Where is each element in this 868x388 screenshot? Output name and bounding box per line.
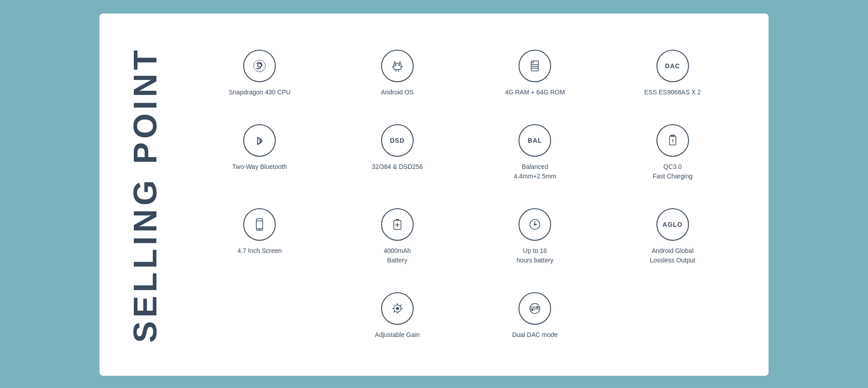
feature-ram-rom: 4G RAM + 64G ROM (466, 41, 604, 106)
feature-gain: Adjustable Gain (329, 283, 467, 349)
feature-qc: QC3.0 Fast Charging (604, 115, 742, 190)
dac-text: DAC (665, 62, 680, 70)
feature-android: Android OS (329, 41, 467, 106)
android-icon (381, 50, 414, 82)
gain-icon (381, 292, 414, 325)
page-title: SELLING POINT (127, 32, 164, 358)
android-label: Android OS (381, 88, 414, 97)
clock-battery-icon (519, 208, 551, 241)
svg-point-1 (395, 65, 396, 65)
feature-aglo: AGLO Android Global Lossless Output (604, 199, 742, 274)
snapdragon-icon (243, 50, 276, 82)
aglo-icon: AGLO (656, 208, 689, 241)
feature-snapdragon: Snapdragon 430 CPU (191, 41, 329, 106)
battery-icon (381, 208, 414, 241)
feature-dsd: DSD 32/384 & DSD256 (329, 115, 467, 190)
sd-card-icon (519, 50, 551, 82)
svg-point-25 (534, 224, 536, 225)
svg-line-33 (400, 305, 401, 306)
svg-point-19 (259, 229, 260, 230)
feature-empty1 (191, 283, 329, 349)
svg-line-32 (393, 311, 395, 313)
aglo-label: Android Global Lossless Output (650, 246, 695, 265)
fast-charge-icon (656, 124, 689, 157)
battery-cap-label: 4000mAh Battery (384, 246, 411, 265)
feature-dual-dac: Dual DAC mode (466, 283, 604, 349)
svg-point-2 (399, 65, 400, 65)
dsd-label: 32/384 & DSD256 (372, 162, 423, 172)
ram-rom-label: 4G RAM + 64G ROM (505, 88, 565, 97)
dsd-icon: DSD (381, 124, 414, 157)
feature-dac: DAC ESS ES9068AS X 2 (604, 41, 742, 106)
svg-point-34 (530, 304, 540, 313)
battery-life-label: Up to 16 hours battery (516, 246, 553, 265)
balanced-icon: BAL (519, 124, 551, 157)
aglo-text: AGLO (663, 221, 683, 228)
feature-battery-life: Up to 16 hours battery (466, 199, 604, 274)
svg-point-31 (396, 308, 398, 310)
dual-dac-label: Dual DAC mode (512, 330, 558, 340)
balanced-label: Balanced 4.4mm+2.5mm (514, 162, 556, 181)
bluetooth-icon (243, 124, 276, 157)
feature-bluetooth: Two-Way Bluetooth (191, 115, 329, 190)
svg-rect-0 (394, 63, 401, 70)
dac-label: ESS ES9068AS X 2 (644, 88, 701, 97)
screen-label: 4.7 Inch Screen (237, 246, 282, 256)
dac-icon: DAC (656, 50, 689, 82)
feature-empty2 (604, 283, 742, 349)
bluetooth-label: Two-Way Bluetooth (232, 162, 287, 172)
qc-label: QC3.0 Fast Charging (653, 162, 693, 181)
main-card: SELLING POINT Snapdragon 430 CPU (99, 14, 769, 376)
dsd-text: DSD (390, 137, 405, 144)
phone-icon (243, 208, 276, 241)
features-grid: Snapdragon 430 CPU Android OS (191, 32, 741, 358)
feature-balanced: BAL Balanced 4.4mm+2.5mm (466, 115, 604, 190)
gain-label: Adjustable Gain (375, 330, 420, 340)
dual-dac-icon (519, 292, 551, 325)
bal-text: BAL (528, 137, 542, 144)
snapdragon-label: Snapdragon 430 CPU (229, 88, 291, 97)
feature-battery-cap: 4000mAh Battery (329, 199, 467, 274)
feature-screen: 4.7 Inch Screen (191, 199, 329, 274)
